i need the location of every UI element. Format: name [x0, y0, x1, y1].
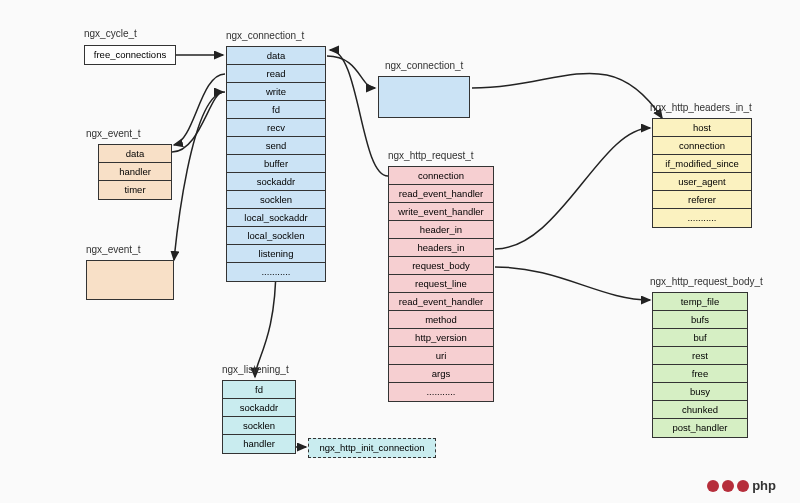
row-event1-timer: timer — [99, 181, 171, 199]
struct-ngx-http-request-body-t: temp_file bufs buf rest free busy chunke… — [652, 292, 748, 438]
row-lis-handler: handler — [223, 435, 295, 453]
row-conn-socklen: socklen — [227, 191, 325, 209]
row-conn-local-socklen: local_socklen — [227, 227, 325, 245]
title-ngx-connection-t-2: ngx_connection_t — [385, 60, 463, 71]
row-lis-socklen: socklen — [223, 417, 295, 435]
struct-handler-target: ngx_http_init_connection — [308, 438, 436, 458]
row-conn-buffer: buffer — [227, 155, 325, 173]
row-conn-write: write — [227, 83, 325, 101]
row-req-dots: ........... — [389, 383, 493, 401]
row-rb-bufs: bufs — [653, 311, 747, 329]
row-req-method: method — [389, 311, 493, 329]
struct-ngx-event-t-1: data handler timer — [98, 144, 172, 200]
row-conn-local-sockaddr: local_sockaddr — [227, 209, 325, 227]
row-req-read-ev-h: read_event_handler — [389, 185, 493, 203]
struct-ngx-event-t-2 — [86, 260, 174, 300]
php-logo: php — [707, 478, 776, 493]
row-req-http-version: http_version — [389, 329, 493, 347]
row-event1-handler: handler — [99, 163, 171, 181]
row-hin-connection: connection — [653, 137, 751, 155]
struct-ngx-cycle-t: free_connections — [84, 45, 176, 65]
title-ngx-listening-t: ngx_listening_t — [222, 364, 289, 375]
logo-text: php — [752, 478, 776, 493]
row-conn-sockaddr: sockaddr — [227, 173, 325, 191]
row-rb-rest: rest — [653, 347, 747, 365]
row-req-args: args — [389, 365, 493, 383]
row-rb-buf: buf — [653, 329, 747, 347]
logo-circle-icon — [737, 480, 749, 492]
row-conn-recv: recv — [227, 119, 325, 137]
row-conn-fd: fd — [227, 101, 325, 119]
struct-ngx-http-request-t: connection read_event_handler write_even… — [388, 166, 494, 402]
row-init-connection: ngx_http_init_connection — [309, 439, 435, 457]
title-ngx-event-t-1: ngx_event_t — [86, 128, 141, 139]
row-lis-sockaddr: sockaddr — [223, 399, 295, 417]
row-req-connection: connection — [389, 167, 493, 185]
row-hin-ua: user_agent — [653, 173, 751, 191]
row-req-uri: uri — [389, 347, 493, 365]
row-rb-tempfile: temp_file — [653, 293, 747, 311]
row-req-write-ev-h: write_event_handler — [389, 203, 493, 221]
title-ngx-http-request-t: ngx_http_request_t — [388, 150, 474, 161]
row-req-request-line: request_line — [389, 275, 493, 293]
row-conn-send: send — [227, 137, 325, 155]
struct-ngx-http-headers-in-t: host connection if_modified_since user_a… — [652, 118, 752, 228]
row-req-request-body: request_body — [389, 257, 493, 275]
row-hin-host: host — [653, 119, 751, 137]
row-hin-dots: ........... — [653, 209, 751, 227]
title-ngx-connection-t: ngx_connection_t — [226, 30, 304, 41]
row-conn-data: data — [227, 47, 325, 65]
struct-ngx-connection-t: data read write fd recv send buffer sock… — [226, 46, 326, 282]
struct-ngx-listening-t: fd sockaddr socklen handler — [222, 380, 296, 454]
row-req-header-in: header_in — [389, 221, 493, 239]
row-lis-fd: fd — [223, 381, 295, 399]
row-rb-busy: busy — [653, 383, 747, 401]
row-event1-data: data — [99, 145, 171, 163]
row-rb-chunked: chunked — [653, 401, 747, 419]
row-hin-referer: referer — [653, 191, 751, 209]
row-req-headers-in: headers_in — [389, 239, 493, 257]
row-req-read-ev-h2: read_event_handler — [389, 293, 493, 311]
title-ngx-cycle-t: ngx_cycle_t — [84, 28, 137, 39]
logo-circle-icon — [722, 480, 734, 492]
title-ngx-event-t-2: ngx_event_t — [86, 244, 141, 255]
row-hin-ifmod: if_modified_since — [653, 155, 751, 173]
struct-ngx-connection-t-2 — [378, 76, 470, 118]
row-conn-listening: listening — [227, 245, 325, 263]
row-rb-free: free — [653, 365, 747, 383]
logo-circle-icon — [707, 480, 719, 492]
row-conn-dots: ........... — [227, 263, 325, 281]
title-ngx-http-headers-in-t: ngx_http_headers_in_t — [650, 102, 752, 113]
row-free-connections: free_connections — [85, 46, 175, 64]
title-ngx-http-request-body-t: ngx_http_request_body_t — [650, 276, 763, 287]
row-conn-read: read — [227, 65, 325, 83]
row-rb-posthandler: post_handler — [653, 419, 747, 437]
